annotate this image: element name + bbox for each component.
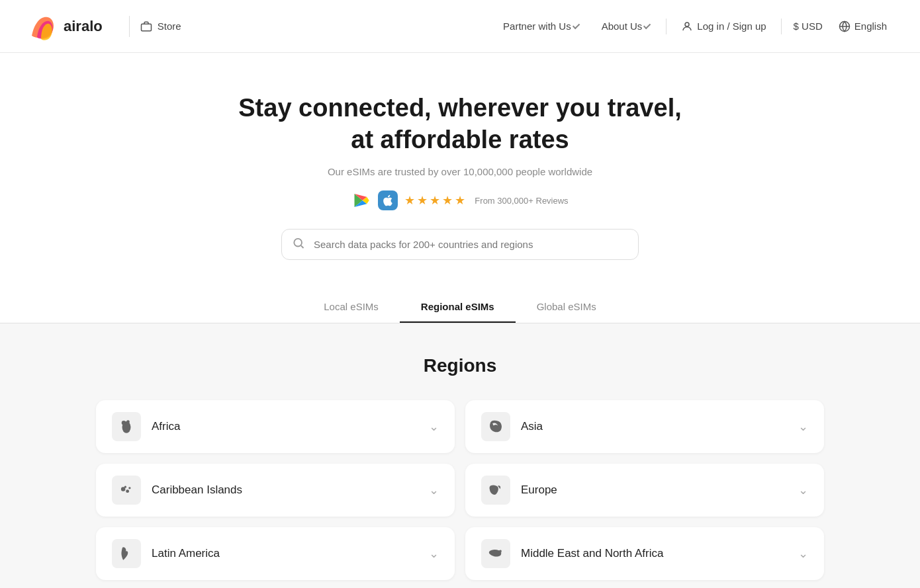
- svg-point-3: [294, 238, 302, 246]
- star-rating: ★ ★ ★ ★ ★: [404, 193, 465, 208]
- svg-point-10: [128, 487, 130, 489]
- latin-america-name: Latin America: [152, 547, 220, 560]
- apple-icon: [381, 194, 394, 207]
- caribbean-icon: [112, 476, 141, 505]
- nav-separator-2: [781, 19, 782, 34]
- about-link[interactable]: About Us: [592, 15, 661, 37]
- star-1: ★: [404, 193, 415, 208]
- user-icon: [681, 21, 693, 32]
- partner-link[interactable]: Partner with Us: [494, 15, 590, 37]
- africa-chevron-icon: ⌄: [429, 419, 439, 434]
- asia-name: Asia: [521, 420, 543, 433]
- latin-america-icon: [112, 539, 141, 568]
- region-card-latin-america[interactable]: Latin America ⌄: [96, 527, 455, 580]
- about-chevron-icon: [643, 21, 651, 28]
- login-link[interactable]: Log in / Sign up: [672, 15, 775, 38]
- app-store-badge[interactable]: [378, 190, 398, 210]
- region-card-europe[interactable]: Europe ⌄: [465, 464, 824, 517]
- tab-local-esims[interactable]: Local eSIMs: [302, 292, 400, 323]
- globe-icon: [839, 21, 851, 32]
- search-icon: [292, 236, 305, 253]
- search-input[interactable]: [281, 229, 639, 260]
- europe-name: Europe: [521, 483, 557, 497]
- partner-chevron-icon: [573, 21, 580, 28]
- reviews-text: From 300,000+ Reviews: [475, 196, 568, 206]
- caribbean-chevron-icon: ⌄: [429, 483, 439, 497]
- star-2: ★: [417, 193, 428, 208]
- app-badges: ★ ★ ★ ★ ★ From 300,000+ Reviews: [13, 190, 907, 210]
- asia-icon: [481, 412, 510, 441]
- africa-icon: [112, 412, 141, 441]
- nav-divider: [129, 16, 130, 37]
- africa-name: Africa: [152, 420, 180, 433]
- star-3: ★: [430, 193, 440, 208]
- regions-section: Regions Africa ⌄: [0, 323, 920, 588]
- tab-regional-esims[interactable]: Regional eSIMs: [400, 292, 516, 323]
- svg-point-5: [122, 421, 126, 425]
- europe-icon: [481, 476, 510, 505]
- europe-chevron-icon: ⌄: [798, 483, 808, 497]
- region-card-africa[interactable]: Africa ⌄: [96, 400, 455, 453]
- region-card-caribbean[interactable]: Caribbean Islands ⌄: [96, 464, 455, 517]
- regions-title: Regions: [53, 355, 867, 376]
- region-card-middle-east[interactable]: Middle East and North Africa ⌄: [465, 527, 824, 580]
- svg-rect-0: [141, 24, 151, 31]
- store-link[interactable]: Store: [140, 21, 181, 32]
- google-play-icon: [352, 191, 371, 210]
- latin-america-chevron-icon: ⌄: [429, 546, 439, 561]
- middle-east-name: Middle East and North Africa: [521, 547, 663, 560]
- google-play-badge[interactable]: [351, 190, 371, 210]
- svg-point-9: [124, 486, 126, 488]
- svg-point-1: [685, 22, 689, 26]
- svg-point-6: [126, 420, 130, 423]
- hero-subtitle: Our eSIMs are trusted by over 10,000,000…: [13, 166, 907, 177]
- tab-global-esims[interactable]: Global eSIMs: [516, 292, 618, 323]
- asia-chevron-icon: ⌄: [798, 419, 808, 434]
- navbar: airalo Store Partner with Us About Us Lo…: [0, 0, 920, 53]
- region-card-asia[interactable]: Asia ⌄: [465, 400, 824, 453]
- svg-point-8: [126, 489, 129, 493]
- logo-text: airalo: [64, 18, 103, 35]
- logo-icon: [26, 11, 58, 42]
- star-4: ★: [442, 193, 453, 208]
- star-half: ★: [455, 193, 465, 208]
- nav-separator-1: [666, 19, 667, 34]
- search-bar: [281, 229, 639, 260]
- logo[interactable]: airalo: [26, 11, 103, 42]
- regions-grid: Africa ⌄ Asia ⌄: [96, 400, 824, 588]
- store-icon: [140, 21, 152, 32]
- hero-section: Stay connected, wherever you travel, at …: [0, 53, 920, 292]
- navbar-right: Partner with Us About Us Log in / Sign u…: [494, 15, 894, 38]
- hero-title: Stay connected, wherever you travel, at …: [13, 93, 907, 155]
- caribbean-name: Caribbean Islands: [152, 483, 242, 497]
- language-selector[interactable]: English: [832, 15, 894, 38]
- middle-east-chevron-icon: ⌄: [798, 546, 808, 561]
- tabs-container: Local eSIMs Regional eSIMs Global eSIMs: [0, 292, 920, 323]
- middle-east-icon: [481, 539, 510, 568]
- usd-selector[interactable]: $ USD: [787, 15, 829, 37]
